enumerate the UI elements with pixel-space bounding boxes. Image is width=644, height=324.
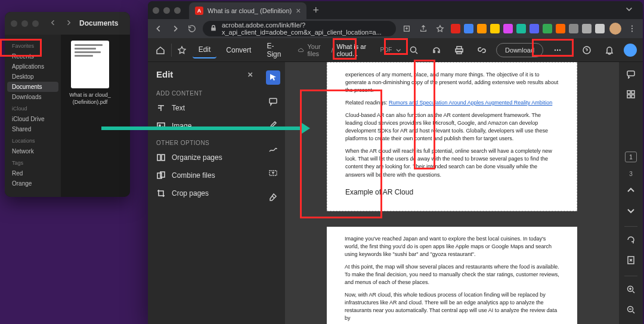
pdf-page: Imagine you've reached Japan and want to… — [327, 227, 577, 324]
sidebar-item[interactable]: Desktop — [7, 72, 58, 82]
chevron-down-icon[interactable] — [626, 206, 636, 218]
account-avatar[interactable] — [624, 44, 637, 57]
close-dot[interactable] — [11, 20, 17, 27]
close-dot[interactable] — [153, 7, 159, 14]
grid-icon[interactable] — [626, 90, 636, 101]
svg-point-10 — [559, 49, 561, 50]
star-outline-icon[interactable] — [175, 45, 189, 55]
extension-icon[interactable] — [582, 24, 592, 33]
svg-point-2 — [631, 28, 633, 29]
sidebar-item[interactable]: Network — [7, 146, 58, 156]
headset-icon[interactable] — [428, 45, 445, 55]
acrobat-toolbar: Edit Convert E-Sign Your files / What is… — [148, 38, 643, 62]
svg-rect-24 — [631, 95, 634, 98]
forward-icon[interactable] — [65, 18, 72, 29]
extension-icon[interactable] — [451, 24, 460, 33]
zoom-out-icon[interactable] — [626, 305, 636, 317]
svg-point-8 — [555, 49, 556, 50]
file-name: What is ar cloud_ (Definition).pdf — [67, 92, 113, 106]
bell-icon[interactable] — [601, 45, 618, 55]
extension-icon[interactable] — [595, 24, 605, 33]
tab-convert[interactable]: Convert — [220, 42, 257, 58]
home-icon[interactable] — [154, 45, 168, 55]
organize-pages-button[interactable]: Organize pages — [148, 149, 261, 166]
close-icon[interactable]: × — [247, 69, 253, 79]
sidebar-item[interactable]: Applications — [7, 61, 58, 72]
install-icon[interactable] — [401, 24, 413, 33]
svg-rect-23 — [627, 95, 630, 98]
extensions-row — [451, 24, 605, 33]
extension-icon[interactable] — [543, 24, 552, 33]
browser-window: A What is ar cloud_ (Definition) × + acr… — [148, 1, 643, 324]
max-dot[interactable] — [32, 20, 39, 27]
extension-icon[interactable] — [477, 24, 487, 33]
browser-addressbar: acrobat.adobe.com/link/file/?x_api_clien… — [148, 19, 643, 38]
max-dot[interactable] — [174, 7, 181, 14]
zoom-in-icon[interactable] — [626, 285, 636, 297]
document-area[interactable]: experiences of any moment, place, and ma… — [285, 62, 619, 324]
sidebar-item[interactable]: Recents — [7, 51, 58, 61]
rotate-icon[interactable] — [626, 235, 636, 247]
section-other-options: OTHER OPTIONS — [148, 135, 261, 149]
new-tab-button[interactable]: + — [312, 4, 319, 17]
extension-icon[interactable] — [490, 24, 500, 33]
browser-tab[interactable]: A What is ar cloud_ (Definition) × — [189, 2, 306, 19]
sidebar-item[interactable]: iCloud Drive — [7, 114, 58, 124]
eraser-tool-icon[interactable] — [266, 190, 280, 204]
fit-page-icon[interactable] — [626, 255, 636, 267]
pdf-favicon-icon: A — [195, 7, 203, 15]
sidebar-item[interactable]: Shared — [7, 124, 58, 134]
extension-icon[interactable] — [464, 24, 473, 33]
link-icon[interactable] — [473, 45, 490, 55]
chevron-up-icon[interactable] — [626, 186, 636, 198]
search-icon[interactable] — [405, 45, 422, 55]
svg-point-3 — [631, 30, 633, 32]
min-dot[interactable] — [163, 7, 170, 14]
extension-icon[interactable] — [569, 24, 578, 33]
sidebar-item[interactable]: Downloads — [7, 92, 58, 102]
back-icon[interactable] — [49, 18, 57, 29]
related-link[interactable]: Rumors and Speculation Around Apples Aug… — [389, 100, 552, 106]
extension-icon[interactable] — [503, 24, 513, 33]
crumb-root[interactable]: Your files — [308, 43, 328, 57]
more-icon[interactable] — [549, 45, 566, 55]
back-icon[interactable] — [153, 24, 165, 33]
combine-files-button[interactable]: Combine files — [148, 166, 261, 184]
text-box-tool-icon[interactable] — [266, 166, 280, 180]
draw-tool-icon[interactable] — [266, 142, 280, 156]
comment-tool-icon[interactable] — [266, 94, 280, 109]
star-icon[interactable] — [434, 24, 446, 33]
close-icon[interactable]: × — [296, 6, 301, 16]
sidebar-item[interactable]: Red — [7, 168, 58, 178]
menu-icon[interactable] — [626, 24, 638, 33]
chevron-down-icon[interactable] — [625, 5, 633, 16]
address-field[interactable]: acrobat.adobe.com/link/file/?x_api_clien… — [203, 21, 396, 36]
share-icon[interactable] — [417, 24, 429, 33]
help-icon[interactable] — [578, 45, 595, 55]
sidebar-item[interactable]: Orange — [7, 178, 58, 189]
extension-icon[interactable] — [530, 24, 539, 33]
select-tool-icon[interactable] — [266, 70, 280, 85]
min-dot[interactable] — [21, 20, 28, 27]
section-add-content: ADD CONTENT — [148, 85, 261, 99]
tab-edit[interactable]: Edit — [193, 42, 217, 58]
forward-icon[interactable] — [169, 24, 181, 33]
edit-panel: Edit× ADD CONTENT Text Image OTHER OPTIO… — [148, 62, 261, 324]
page-current[interactable]: 1 — [625, 152, 637, 162]
chevron-down-icon[interactable] — [395, 46, 402, 54]
cloud-icon — [298, 46, 304, 54]
sidebar-item[interactable]: Documents — [7, 82, 58, 92]
reload-icon[interactable] — [186, 24, 198, 33]
extension-icon[interactable] — [516, 24, 526, 33]
extension-icon[interactable] — [556, 24, 565, 33]
file-item[interactable]: What is ar cloud_ (Definition).pdf — [67, 41, 113, 106]
pdf-page: experiences of any moment, place, and ma… — [327, 62, 577, 211]
tab-esign[interactable]: E-Sign — [261, 38, 290, 62]
chat-icon[interactable] — [626, 69, 636, 81]
tool-column — [261, 62, 285, 324]
profile-avatar[interactable] — [609, 23, 621, 35]
print-icon[interactable] — [451, 45, 467, 55]
download-button[interactable]: Download — [496, 43, 543, 57]
add-text-button[interactable]: Text — [148, 99, 261, 117]
crop-pages-button[interactable]: Crop pages — [148, 184, 261, 202]
